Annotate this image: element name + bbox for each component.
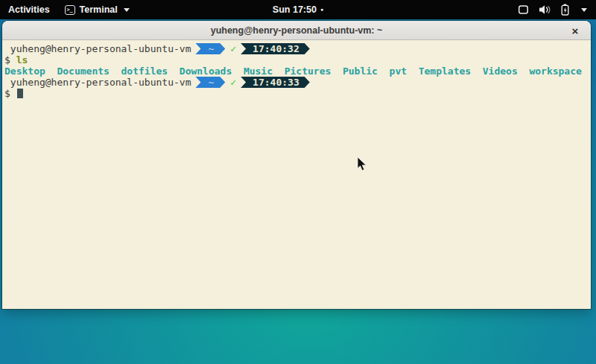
- mouse-cursor-icon: [357, 156, 367, 172]
- system-status-area[interactable]: [518, 0, 596, 19]
- terminal-app-icon: >_: [65, 5, 75, 15]
- chevron-down-icon: [581, 8, 587, 12]
- prompt-user-host: yuheng@henry-personal-ubuntu-vm: [4, 43, 191, 54]
- input-line[interactable]: $: [4, 88, 591, 99]
- terminal-content[interactable]: yuheng@henry-personal-ubuntu-vm~✓17:40:3…: [2, 40, 591, 308]
- screen-icon: [518, 4, 529, 15]
- close-icon[interactable]: ×: [566, 21, 584, 40]
- top-bar: Activities >_ Terminal Sun 17:50 ●: [0, 0, 596, 19]
- status-check-icon: ✓: [230, 43, 236, 54]
- cwd-segment: ~: [195, 43, 225, 54]
- window-title: yuheng@henry-personal-ubuntu-vm: ~: [211, 25, 383, 36]
- typed-command: ls: [16, 54, 28, 66]
- time-segment: 17:40:33: [241, 77, 310, 88]
- notification-dot-icon: ●: [320, 0, 323, 19]
- prompt-symbol: $: [4, 88, 16, 99]
- activities-button[interactable]: Activities: [0, 0, 59, 19]
- volume-icon: [539, 4, 551, 15]
- app-menu-label: Terminal: [80, 4, 118, 15]
- chevron-down-icon: [124, 8, 130, 12]
- command-line: $ ls: [4, 54, 591, 66]
- activities-label: Activities: [8, 4, 50, 15]
- clock-label[interactable]: Sun 17:50: [273, 4, 317, 15]
- text-cursor: [17, 89, 23, 98]
- time-segment: 17:40:32: [241, 43, 310, 54]
- ls-output: Desktop Documents dotfiles Downloads Mus…: [4, 66, 591, 77]
- prompt-symbol: $: [4, 54, 16, 66]
- window-titlebar[interactable]: yuheng@henry-personal-ubuntu-vm: ~ ×: [2, 21, 591, 40]
- prompt-line-2: yuheng@henry-personal-ubuntu-vm~✓17:40:3…: [4, 77, 591, 88]
- app-menu-button[interactable]: >_ Terminal: [59, 0, 136, 19]
- status-check-icon: ✓: [230, 77, 236, 88]
- prompt-user-host: yuheng@henry-personal-ubuntu-vm: [4, 77, 191, 88]
- cwd-segment: ~: [195, 77, 225, 88]
- battery-charging-icon: [560, 4, 570, 16]
- terminal-window: yuheng@henry-personal-ubuntu-vm: ~ × yuh…: [2, 21, 591, 309]
- prompt-line-1: yuheng@henry-personal-ubuntu-vm~✓17:40:3…: [4, 43, 591, 54]
